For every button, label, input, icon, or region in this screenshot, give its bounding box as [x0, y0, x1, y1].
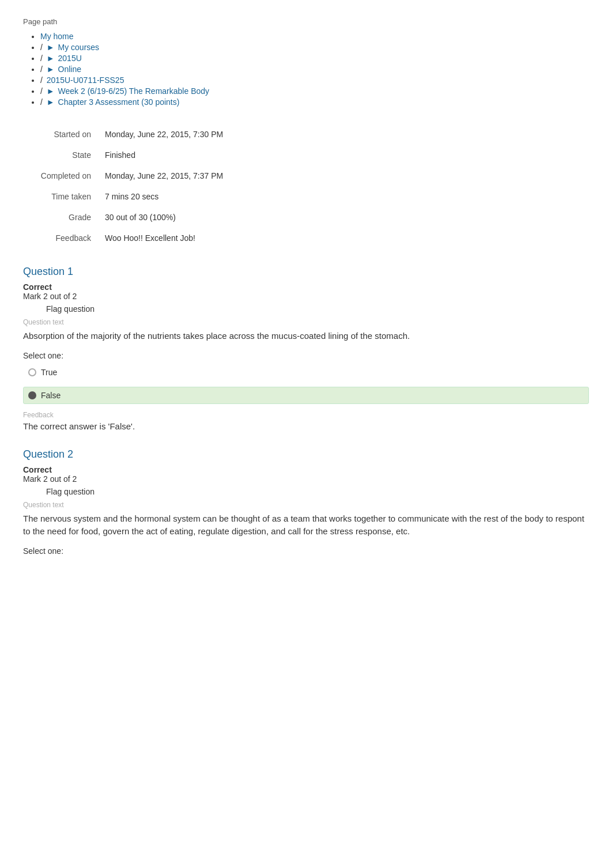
started-on-label: Started on: [23, 124, 98, 145]
question-1-option-true[interactable]: True: [23, 364, 589, 381]
breadcrumb-list: My home / ► My courses / ► 2015U / ► Onl…: [23, 32, 589, 107]
feedback-label: Feedback: [23, 228, 98, 248]
breadcrumb-arrow-7: ►: [47, 97, 57, 107]
breadcrumb-item-4[interactable]: / ► Online: [40, 65, 589, 74]
breadcrumb-sep-6: /: [40, 86, 45, 96]
page-path-label: Page path: [23, 17, 589, 26]
question-1-select-label: Select one:: [23, 351, 589, 360]
grade-value: 30 out of 30 (100%): [98, 207, 589, 228]
breadcrumb-item-3[interactable]: / ► 2015U: [40, 54, 589, 63]
breadcrumb-item-6[interactable]: / ► Week 2 (6/19-6/25) The Remarkable Bo…: [40, 86, 589, 96]
breadcrumb-sep-2: /: [40, 43, 45, 52]
breadcrumb-arrow-2: ►: [47, 43, 57, 52]
question-1-feedback-label: Feedback: [23, 411, 589, 419]
state-label: State: [23, 145, 98, 165]
summary-row-feedback: Feedback Woo Hoo!! Excellent Job!: [23, 228, 589, 248]
question-1-radio-false: [28, 391, 36, 399]
question-1-text-label: Question text: [23, 318, 589, 326]
question-1-header: Question 1: [23, 266, 589, 278]
breadcrumb-item-5[interactable]: / 2015U-U0711-FSS25: [40, 76, 589, 85]
breadcrumb-link-2[interactable]: My courses: [58, 43, 100, 52]
breadcrumb-link-6[interactable]: Week 2 (6/19-6/25) The Remarkable Body: [58, 86, 210, 96]
summary-row-completed-on: Completed on Monday, June 22, 2015, 7:37…: [23, 165, 589, 186]
breadcrumb-item-1[interactable]: My home: [40, 32, 589, 41]
question-1-option-true-label: True: [41, 368, 57, 377]
breadcrumb-link-1[interactable]: My home: [40, 32, 74, 41]
question-1-option-false[interactable]: False: [23, 387, 589, 404]
question-2-header: Question 2: [23, 448, 589, 461]
question-2-flag[interactable]: Flag question: [46, 487, 589, 496]
breadcrumb-sep-5: /: [40, 76, 45, 85]
breadcrumb-arrow-3: ►: [47, 54, 57, 63]
breadcrumb-arrow-6: ►: [47, 86, 57, 96]
question-2-text: The nervous system and the hormonal syst…: [23, 512, 589, 538]
breadcrumb-link-3[interactable]: 2015U: [58, 54, 82, 63]
breadcrumb-sep-4: /: [40, 65, 45, 74]
question-2-mark: Mark 2 out of 2: [23, 474, 589, 484]
summary-row-time-taken: Time taken 7 mins 20 secs: [23, 186, 589, 207]
question-2-section: Question 2 Correct Mark 2 out of 2 Flag …: [23, 448, 589, 556]
breadcrumb-item-7[interactable]: / ► Chapter 3 Assessment (30 points): [40, 97, 589, 107]
summary-row-state: State Finished: [23, 145, 589, 165]
question-2-text-label: Question text: [23, 501, 589, 509]
question-1-flag[interactable]: Flag question: [46, 304, 589, 314]
question-1-section: Question 1 Correct Mark 2 out of 2 Flag …: [23, 266, 589, 431]
summary-row-grade: Grade 30 out of 30 (100%): [23, 207, 589, 228]
question-1-result: Correct: [23, 282, 589, 292]
question-2-result: Correct: [23, 465, 589, 474]
summary-row-started-on: Started on Monday, June 22, 2015, 7:30 P…: [23, 124, 589, 145]
breadcrumb-link-4[interactable]: Online: [58, 65, 81, 74]
question-2-select-label: Select one:: [23, 546, 589, 556]
question-1-feedback-text: The correct answer is 'False'.: [23, 421, 589, 431]
breadcrumb-link-7[interactable]: Chapter 3 Assessment (30 points): [58, 97, 180, 107]
question-1-option-false-label: False: [41, 391, 61, 400]
summary-table: Started on Monday, June 22, 2015, 7:30 P…: [23, 124, 589, 248]
breadcrumb-sep-3: /: [40, 54, 45, 63]
completed-on-label: Completed on: [23, 165, 98, 186]
breadcrumb-link-5[interactable]: 2015U-U0711-FSS25: [47, 76, 124, 85]
question-1-radio-true: [28, 368, 36, 376]
breadcrumb-arrow-4: ►: [47, 65, 57, 74]
time-taken-label: Time taken: [23, 186, 98, 207]
breadcrumb-sep-7: /: [40, 97, 45, 107]
feedback-value: Woo Hoo!! Excellent Job!: [98, 228, 589, 248]
grade-label: Grade: [23, 207, 98, 228]
question-1-mark: Mark 2 out of 2: [23, 292, 589, 301]
started-on-value: Monday, June 22, 2015, 7:30 PM: [98, 124, 589, 145]
question-1-text: Absorption of the majority of the nutrie…: [23, 330, 589, 343]
time-taken-value: 7 mins 20 secs: [98, 186, 589, 207]
breadcrumb-item-2[interactable]: / ► My courses: [40, 43, 589, 52]
state-value: Finished: [98, 145, 589, 165]
completed-on-value: Monday, June 22, 2015, 7:37 PM: [98, 165, 589, 186]
